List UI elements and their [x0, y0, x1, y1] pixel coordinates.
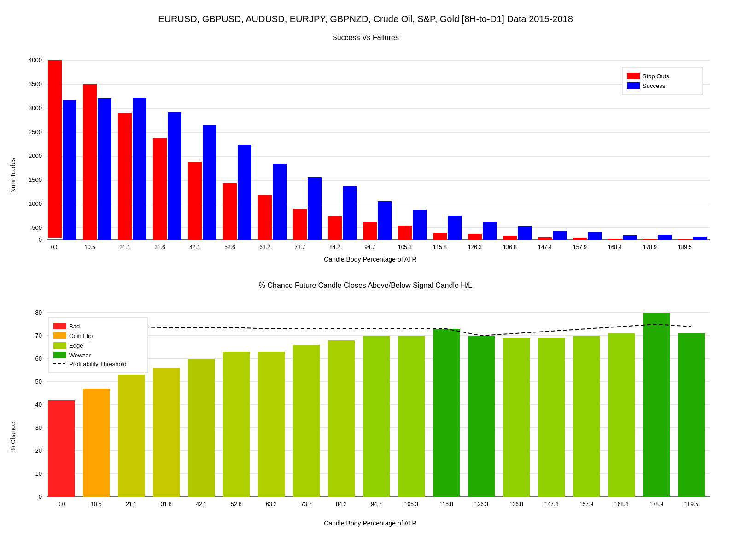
svg-rect-28 — [223, 183, 237, 240]
svg-text:189.5: 189.5 — [678, 244, 692, 251]
svg-rect-137 — [53, 323, 66, 329]
chart1-svg: 4000 3500 3000 2500 2000 1500 — [19, 47, 719, 258]
svg-text:50: 50 — [35, 378, 42, 385]
svg-rect-112 — [538, 338, 565, 497]
svg-rect-53 — [658, 235, 672, 240]
svg-text:126.3: 126.3 — [474, 501, 488, 508]
svg-rect-33 — [308, 177, 322, 240]
chart1-container: Success Vs Failures Num Trades 4000 3500… — [9, 34, 722, 268]
svg-text:157.9: 157.9 — [579, 501, 593, 508]
svg-text:31.6: 31.6 — [161, 501, 172, 508]
svg-rect-49 — [588, 232, 602, 240]
svg-rect-99 — [83, 389, 110, 497]
svg-text:Coin Flip: Coin Flip — [69, 332, 93, 339]
svg-rect-37 — [378, 201, 392, 240]
chart2-container: % Chance Future Candle Closes Above/Belo… — [9, 281, 722, 534]
svg-rect-50 — [608, 239, 622, 240]
svg-rect-78 — [627, 82, 640, 89]
svg-rect-42 — [468, 234, 482, 240]
svg-text:73.7: 73.7 — [301, 501, 312, 508]
svg-text:21.1: 21.1 — [119, 244, 130, 251]
svg-text:4000: 4000 — [29, 57, 42, 64]
svg-text:136.8: 136.8 — [503, 244, 517, 251]
svg-text:1000: 1000 — [29, 200, 42, 207]
svg-text:20: 20 — [35, 447, 42, 454]
svg-text:136.8: 136.8 — [509, 501, 523, 508]
svg-rect-113 — [573, 336, 600, 497]
svg-text:Stop Outs: Stop Outs — [643, 73, 669, 80]
chart2-title: % Chance Future Candle Closes Above/Belo… — [9, 281, 722, 290]
svg-rect-114 — [608, 333, 635, 497]
svg-text:63.2: 63.2 — [266, 501, 277, 508]
svg-text:147.4: 147.4 — [538, 244, 552, 251]
svg-text:115.8: 115.8 — [433, 244, 447, 251]
svg-rect-55 — [693, 237, 707, 240]
svg-text:0: 0 — [39, 236, 42, 243]
chart2-svg: 80 70 60 50 40 30 20 10 0 — [19, 294, 719, 525]
svg-text:94.7: 94.7 — [371, 501, 382, 508]
svg-text:178.9: 178.9 — [649, 501, 663, 508]
svg-text:52.6: 52.6 — [224, 244, 235, 251]
svg-rect-26 — [188, 162, 202, 240]
svg-rect-18 — [48, 60, 62, 238]
svg-rect-52 — [643, 239, 657, 240]
svg-text:3000: 3000 — [29, 105, 42, 111]
svg-text:Wowzer: Wowzer — [69, 352, 91, 359]
svg-rect-43 — [483, 222, 497, 240]
svg-text:42.1: 42.1 — [196, 501, 207, 508]
svg-text:70: 70 — [35, 332, 42, 339]
svg-text:105.3: 105.3 — [404, 501, 418, 508]
svg-text:157.9: 157.9 — [573, 244, 587, 251]
svg-text:0.0: 0.0 — [51, 244, 59, 251]
svg-text:10: 10 — [35, 470, 42, 477]
svg-rect-54 — [678, 239, 692, 240]
svg-rect-100 — [118, 375, 145, 497]
svg-rect-34 — [328, 216, 342, 240]
svg-rect-21 — [98, 98, 111, 240]
svg-text:52.6: 52.6 — [231, 501, 242, 508]
svg-rect-143 — [53, 352, 66, 358]
svg-rect-103 — [223, 352, 250, 497]
svg-rect-51 — [623, 235, 637, 240]
svg-rect-115 — [643, 313, 670, 497]
svg-rect-48 — [573, 238, 587, 240]
svg-rect-41 — [448, 216, 462, 240]
svg-rect-116 — [678, 333, 705, 497]
svg-text:115.8: 115.8 — [439, 501, 453, 508]
svg-rect-101 — [153, 368, 180, 497]
svg-text:126.3: 126.3 — [468, 244, 482, 251]
svg-rect-76 — [627, 73, 640, 79]
chart2-y-label: % Chance — [9, 340, 17, 534]
svg-text:21.1: 21.1 — [126, 501, 137, 508]
svg-rect-107 — [363, 336, 390, 497]
svg-text:178.9: 178.9 — [643, 244, 657, 251]
svg-rect-30 — [258, 195, 272, 240]
svg-text:Success: Success — [643, 82, 666, 89]
svg-text:0.0: 0.0 — [58, 501, 65, 508]
svg-text:10.5: 10.5 — [91, 501, 102, 508]
svg-text:500: 500 — [32, 224, 42, 231]
svg-text:Profitability Threshold: Profitability Threshold — [69, 361, 127, 368]
svg-text:2500: 2500 — [29, 128, 42, 135]
svg-rect-36 — [363, 222, 377, 240]
svg-rect-23 — [133, 98, 146, 240]
svg-text:Bad: Bad — [69, 323, 80, 330]
svg-rect-32 — [293, 209, 307, 240]
main-title: EURUSD, GBPUSD, AUDUSD, EURJPY, GBPNZD, … — [9, 14, 722, 24]
svg-rect-20 — [83, 84, 97, 240]
svg-rect-139 — [53, 332, 66, 339]
svg-rect-39 — [413, 210, 427, 240]
svg-text:147.4: 147.4 — [544, 501, 558, 508]
svg-rect-108 — [398, 336, 425, 497]
svg-rect-105 — [293, 345, 320, 497]
svg-rect-27 — [203, 125, 216, 240]
svg-text:40: 40 — [35, 401, 42, 408]
svg-rect-98 — [48, 400, 75, 497]
svg-rect-29 — [238, 145, 251, 240]
svg-text:84.2: 84.2 — [336, 501, 347, 508]
svg-rect-19 — [63, 100, 76, 240]
svg-rect-106 — [328, 340, 355, 497]
svg-text:168.4: 168.4 — [614, 501, 628, 508]
svg-text:10.5: 10.5 — [84, 244, 95, 251]
svg-rect-38 — [398, 226, 412, 240]
